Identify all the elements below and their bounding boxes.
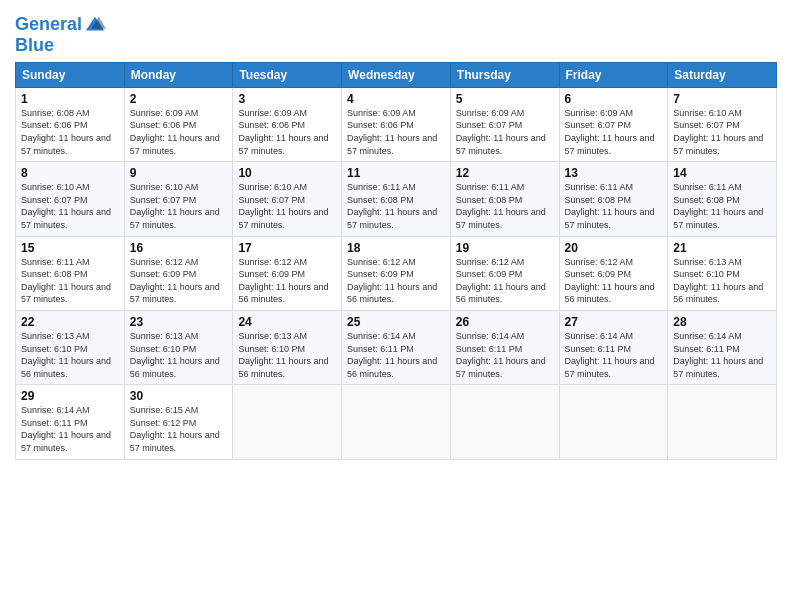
day-number: 11 <box>347 166 445 180</box>
day-number: 21 <box>673 241 771 255</box>
day-number: 30 <box>130 389 228 403</box>
day-number: 15 <box>21 241 119 255</box>
day-info: Sunrise: 6:15 AM Sunset: 6:12 PM Dayligh… <box>130 404 228 454</box>
calendar-cell: 3 Sunrise: 6:09 AM Sunset: 6:06 PM Dayli… <box>233 87 342 161</box>
day-number: 29 <box>21 389 119 403</box>
day-number: 5 <box>456 92 554 106</box>
day-info: Sunrise: 6:13 AM Sunset: 6:10 PM Dayligh… <box>21 330 119 380</box>
day-number: 1 <box>21 92 119 106</box>
day-number: 12 <box>456 166 554 180</box>
day-number: 2 <box>130 92 228 106</box>
day-info: Sunrise: 6:12 AM Sunset: 6:09 PM Dayligh… <box>347 256 445 306</box>
day-info: Sunrise: 6:10 AM Sunset: 6:07 PM Dayligh… <box>673 107 771 157</box>
day-number: 22 <box>21 315 119 329</box>
day-info: Sunrise: 6:10 AM Sunset: 6:07 PM Dayligh… <box>130 181 228 231</box>
calendar-week-3: 15 Sunrise: 6:11 AM Sunset: 6:08 PM Dayl… <box>16 236 777 310</box>
calendar-cell: 22 Sunrise: 6:13 AM Sunset: 6:10 PM Dayl… <box>16 310 125 384</box>
col-header-sunday: Sunday <box>16 62 125 87</box>
col-header-monday: Monday <box>124 62 233 87</box>
calendar-cell: 26 Sunrise: 6:14 AM Sunset: 6:11 PM Dayl… <box>450 310 559 384</box>
calendar-week-4: 22 Sunrise: 6:13 AM Sunset: 6:10 PM Dayl… <box>16 310 777 384</box>
day-number: 3 <box>238 92 336 106</box>
day-number: 26 <box>456 315 554 329</box>
day-info: Sunrise: 6:13 AM Sunset: 6:10 PM Dayligh… <box>238 330 336 380</box>
calendar-cell: 13 Sunrise: 6:11 AM Sunset: 6:08 PM Dayl… <box>559 162 668 236</box>
day-info: Sunrise: 6:12 AM Sunset: 6:09 PM Dayligh… <box>565 256 663 306</box>
calendar-cell <box>450 385 559 459</box>
day-info: Sunrise: 6:13 AM Sunset: 6:10 PM Dayligh… <box>130 330 228 380</box>
day-number: 28 <box>673 315 771 329</box>
col-header-wednesday: Wednesday <box>342 62 451 87</box>
day-info: Sunrise: 6:11 AM Sunset: 6:08 PM Dayligh… <box>673 181 771 231</box>
col-header-tuesday: Tuesday <box>233 62 342 87</box>
day-number: 17 <box>238 241 336 255</box>
calendar-cell: 16 Sunrise: 6:12 AM Sunset: 6:09 PM Dayl… <box>124 236 233 310</box>
day-info: Sunrise: 6:14 AM Sunset: 6:11 PM Dayligh… <box>347 330 445 380</box>
calendar-cell: 15 Sunrise: 6:11 AM Sunset: 6:08 PM Dayl… <box>16 236 125 310</box>
col-header-saturday: Saturday <box>668 62 777 87</box>
calendar-cell: 5 Sunrise: 6:09 AM Sunset: 6:07 PM Dayli… <box>450 87 559 161</box>
col-header-thursday: Thursday <box>450 62 559 87</box>
calendar-cell: 8 Sunrise: 6:10 AM Sunset: 6:07 PM Dayli… <box>16 162 125 236</box>
calendar-cell: 12 Sunrise: 6:11 AM Sunset: 6:08 PM Dayl… <box>450 162 559 236</box>
calendar-cell: 19 Sunrise: 6:12 AM Sunset: 6:09 PM Dayl… <box>450 236 559 310</box>
day-number: 4 <box>347 92 445 106</box>
col-header-friday: Friday <box>559 62 668 87</box>
day-info: Sunrise: 6:09 AM Sunset: 6:06 PM Dayligh… <box>347 107 445 157</box>
day-info: Sunrise: 6:14 AM Sunset: 6:11 PM Dayligh… <box>565 330 663 380</box>
day-info: Sunrise: 6:14 AM Sunset: 6:11 PM Dayligh… <box>673 330 771 380</box>
header: General Blue <box>15 10 777 56</box>
calendar-cell: 4 Sunrise: 6:09 AM Sunset: 6:06 PM Dayli… <box>342 87 451 161</box>
day-info: Sunrise: 6:10 AM Sunset: 6:07 PM Dayligh… <box>238 181 336 231</box>
logo-text: General <box>15 15 82 35</box>
calendar-cell: 1 Sunrise: 6:08 AM Sunset: 6:06 PM Dayli… <box>16 87 125 161</box>
calendar-cell: 7 Sunrise: 6:10 AM Sunset: 6:07 PM Dayli… <box>668 87 777 161</box>
day-info: Sunrise: 6:12 AM Sunset: 6:09 PM Dayligh… <box>456 256 554 306</box>
calendar: SundayMondayTuesdayWednesdayThursdayFrid… <box>15 62 777 460</box>
day-info: Sunrise: 6:08 AM Sunset: 6:06 PM Dayligh… <box>21 107 119 157</box>
calendar-cell: 6 Sunrise: 6:09 AM Sunset: 6:07 PM Dayli… <box>559 87 668 161</box>
calendar-cell: 9 Sunrise: 6:10 AM Sunset: 6:07 PM Dayli… <box>124 162 233 236</box>
day-number: 13 <box>565 166 663 180</box>
calendar-cell: 2 Sunrise: 6:09 AM Sunset: 6:06 PM Dayli… <box>124 87 233 161</box>
day-number: 6 <box>565 92 663 106</box>
day-number: 14 <box>673 166 771 180</box>
calendar-cell: 10 Sunrise: 6:10 AM Sunset: 6:07 PM Dayl… <box>233 162 342 236</box>
calendar-cell: 25 Sunrise: 6:14 AM Sunset: 6:11 PM Dayl… <box>342 310 451 384</box>
calendar-header-row: SundayMondayTuesdayWednesdayThursdayFrid… <box>16 62 777 87</box>
calendar-cell: 23 Sunrise: 6:13 AM Sunset: 6:10 PM Dayl… <box>124 310 233 384</box>
day-number: 16 <box>130 241 228 255</box>
day-info: Sunrise: 6:11 AM Sunset: 6:08 PM Dayligh… <box>456 181 554 231</box>
calendar-cell: 14 Sunrise: 6:11 AM Sunset: 6:08 PM Dayl… <box>668 162 777 236</box>
calendar-cell: 21 Sunrise: 6:13 AM Sunset: 6:10 PM Dayl… <box>668 236 777 310</box>
calendar-cell: 17 Sunrise: 6:12 AM Sunset: 6:09 PM Dayl… <box>233 236 342 310</box>
day-number: 8 <box>21 166 119 180</box>
logo-icon <box>84 14 106 36</box>
calendar-cell: 11 Sunrise: 6:11 AM Sunset: 6:08 PM Dayl… <box>342 162 451 236</box>
day-info: Sunrise: 6:09 AM Sunset: 6:06 PM Dayligh… <box>130 107 228 157</box>
day-number: 24 <box>238 315 336 329</box>
calendar-week-1: 1 Sunrise: 6:08 AM Sunset: 6:06 PM Dayli… <box>16 87 777 161</box>
page: General Blue SundayMondayTuesdayWednesda… <box>0 0 792 612</box>
day-number: 7 <box>673 92 771 106</box>
calendar-cell: 24 Sunrise: 6:13 AM Sunset: 6:10 PM Dayl… <box>233 310 342 384</box>
calendar-cell <box>559 385 668 459</box>
day-number: 25 <box>347 315 445 329</box>
day-number: 20 <box>565 241 663 255</box>
day-info: Sunrise: 6:09 AM Sunset: 6:07 PM Dayligh… <box>565 107 663 157</box>
day-number: 10 <box>238 166 336 180</box>
calendar-cell <box>668 385 777 459</box>
day-number: 27 <box>565 315 663 329</box>
day-info: Sunrise: 6:11 AM Sunset: 6:08 PM Dayligh… <box>21 256 119 306</box>
calendar-week-5: 29 Sunrise: 6:14 AM Sunset: 6:11 PM Dayl… <box>16 385 777 459</box>
day-info: Sunrise: 6:11 AM Sunset: 6:08 PM Dayligh… <box>565 181 663 231</box>
logo: General Blue <box>15 14 106 56</box>
calendar-cell: 29 Sunrise: 6:14 AM Sunset: 6:11 PM Dayl… <box>16 385 125 459</box>
day-info: Sunrise: 6:12 AM Sunset: 6:09 PM Dayligh… <box>238 256 336 306</box>
calendar-cell: 28 Sunrise: 6:14 AM Sunset: 6:11 PM Dayl… <box>668 310 777 384</box>
day-info: Sunrise: 6:09 AM Sunset: 6:06 PM Dayligh… <box>238 107 336 157</box>
day-info: Sunrise: 6:11 AM Sunset: 6:08 PM Dayligh… <box>347 181 445 231</box>
calendar-cell <box>233 385 342 459</box>
day-info: Sunrise: 6:10 AM Sunset: 6:07 PM Dayligh… <box>21 181 119 231</box>
day-info: Sunrise: 6:13 AM Sunset: 6:10 PM Dayligh… <box>673 256 771 306</box>
